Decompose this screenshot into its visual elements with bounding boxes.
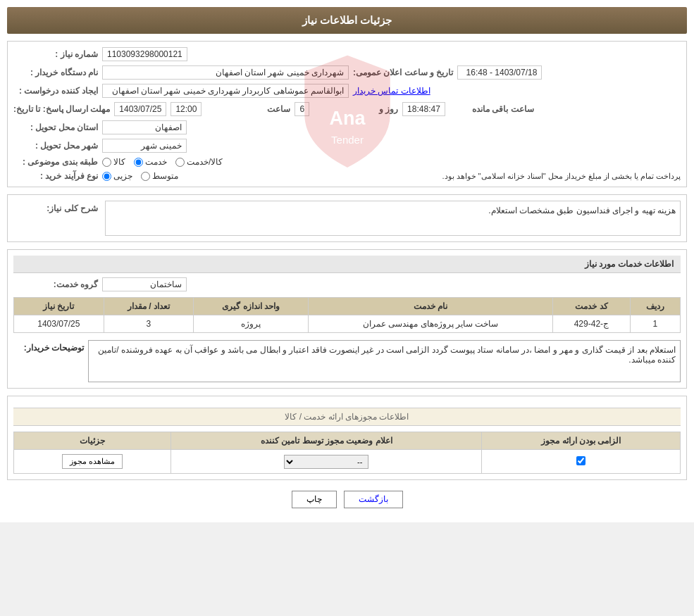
remaining-label: ساعت باقی مانده [450,104,534,114]
category-radio-kala[interactable] [102,158,111,167]
category-label-kala-khedmat: کالا/خدمت [187,157,223,167]
service-table-header-row: ردیف کد خدمت نام خدمت واحد اندازه گیری ت… [14,298,681,315]
category-label-kala: کالا [113,157,125,167]
general-desc-section: هزینه تهیه و اجرای فنداسیون طبق مشخصات ا… [7,194,687,242]
contact-link[interactable]: اطلاعات تماس خریدار [353,86,430,96]
service-info-section: اطلاعات خدمات مورد نیاز ساختمان گروه خدم… [7,249,687,389]
col-date: تاریخ نیاز [14,298,104,315]
requester-row: اطلاعات تماس خریدار ابوالقاسم عموشاهی کا… [13,84,681,98]
footer-buttons: بازگشت چاپ [7,491,687,508]
purchase-radio-motavasset[interactable] [141,172,150,181]
permit-table-row: -- مشاهده مجوز [14,450,681,474]
purchase-radio-jozi[interactable] [102,172,111,181]
category-option-kala[interactable]: کالا [102,157,125,167]
col-radif: ردیف [630,298,680,315]
print-button[interactable]: چاپ [292,491,337,508]
cell-date: 1403/07/25 [14,315,104,333]
permit-status-cell: -- [171,450,482,474]
requester-label: ایجاد کننده درخواست : [13,86,98,96]
permit-col-required: الزامی بودن ارائه مجوز [482,432,681,450]
category-option-khedmat[interactable]: خدمت [134,157,167,167]
permit-section: اطلاعات مجوزهای ارائه خدمت / کالا الزامی… [7,396,687,480]
service-group-row: ساختمان گروه خدمت: [13,277,681,291]
deadline-row: ساعت باقی مانده 18:48:47 روز و 6 ساعت 12… [13,102,681,116]
category-label: طبقه بندی موضوعی : [13,157,98,167]
days-label: روز و [314,104,398,114]
col-unit: واحد اندازه گیری [194,298,309,315]
buyer-notes-value: استعلام بعد از قیمت گذاری و مهر و امضا ،… [88,340,681,382]
remaining-value: 18:48:47 [402,102,445,116]
cell-qty: 3 [104,315,193,333]
deadline-label: مهلت ارسال پاسخ: تا تاریخ: [13,104,110,114]
category-option-kala-khedmat[interactable]: کالا/خدمت [175,157,223,167]
cell-name: ساخت سایر پروژه‌های مهندسی عمران [309,315,553,333]
back-button[interactable]: بازگشت [344,491,403,508]
need-number-label: شماره نیاز : [13,49,98,59]
category-label-khedmat: خدمت [145,157,167,167]
requester-value: ابوالقاسم عموشاهی کاربردار شهرداری خمینی… [102,84,349,98]
cell-radif: 1 [630,315,680,333]
purchase-type-row: پرداخت تمام یا بخشی از مبلغ خریداز محل "… [13,171,681,181]
purchase-label-motavasset: متوسط [152,171,178,181]
service-table: ردیف کد خدمت نام خدمت واحد اندازه گیری ت… [13,297,681,333]
province-label: استان محل تحویل : [13,122,98,132]
need-number-value: 1103093298000121 [102,47,187,61]
date-value: 1403/07/25 [114,102,166,116]
buyer-org-label: نام دستگاه خریدار : [13,68,98,77]
permit-status-select[interactable]: -- [284,455,368,469]
col-code: کد خدمت [552,298,630,315]
cell-unit: پروژه [194,315,309,333]
general-desc-label: شرح کلی نیاز: [13,201,98,213]
need-number-row: 1103093298000121 شماره نیاز : [13,47,681,61]
permit-col-details: جزئیات [14,432,171,450]
permit-required-checkbox[interactable] [576,456,585,465]
announce-label: تاریخ و ساعت اعلان عمومی: [353,68,453,77]
permit-required-cell [482,450,681,474]
purchase-note: پرداخت تمام یا بخشی از مبلغ خریداز محل "… [182,172,681,181]
page-title: جزئیات اطلاعات نیاز [7,7,687,34]
permit-details-cell: مشاهده مجوز [14,450,171,474]
category-radio-khedmat[interactable] [134,158,143,167]
buyer-org-value: شهرداری خمینی شهر استان اصفهان [102,65,349,80]
category-row: کالا/خدمت خدمت کالا طبقه بندی موضوعی : [13,157,681,167]
permit-table: الزامی بودن ارائه مجوز اعلام وضعیت مجوز … [13,432,681,474]
time-label: ساعت [206,104,290,114]
permit-section-title: اطلاعات مجوزهای ارائه خدمت / کالا [13,408,681,426]
service-info-title: اطلاعات خدمات مورد نیاز [13,256,681,273]
table-row: 1 ج-42-429 ساخت سایر پروژه‌های مهندسی عم… [14,315,681,333]
service-group-label: گروه خدمت: [13,279,98,289]
col-name: نام خدمت [309,298,553,315]
purchase-label-jozi: جزیی [113,171,132,181]
time-value: 12:00 [171,102,202,116]
purchase-type-label: نوع فرآیند خرید : [13,171,98,181]
cell-code: ج-42-429 [552,315,630,333]
general-desc-value: هزینه تهیه و اجرای فنداسیون طبق مشخصات ا… [105,201,681,236]
announce-buyer-row: 1403/07/18 - 16:48 تاریخ و ساعت اعلان عم… [13,65,681,80]
buyer-notes-row: استعلام بعد از قیمت گذاری و مهر و امضا ،… [13,340,681,382]
permit-table-header-row: الزامی بودن ارائه مجوز اعلام وضعیت مجوز … [14,432,681,450]
view-permit-button[interactable]: مشاهده مجوز [62,454,123,469]
category-radio-group: کالا/خدمت خدمت کالا [102,157,223,167]
announce-value: 1403/07/18 - 16:48 [457,65,542,80]
category-radio-kala-khedmat[interactable] [175,158,185,167]
purchase-radio-group: متوسط جزیی [102,171,178,181]
city-label: شهر محل تحویل : [13,141,98,151]
province-value: اصفهان [102,120,187,134]
province-row: اصفهان استان محل تحویل : [13,120,681,134]
purchase-option-motavasset[interactable]: متوسط [141,171,178,181]
city-value: خمینی شهر [102,139,187,153]
city-row: خمینی شهر شهر محل تحویل : [13,139,681,153]
service-group-value: ساختمان [102,277,187,291]
days-value: 6 [295,102,309,116]
buyer-notes-label: توضیحات خریدار: [13,340,84,353]
col-qty: تعداد / مقدار [104,298,193,315]
permit-col-status: اعلام وضعیت مجوز توسط تامین کننده [171,432,482,450]
purchase-option-jozi[interactable]: جزیی [102,171,132,181]
